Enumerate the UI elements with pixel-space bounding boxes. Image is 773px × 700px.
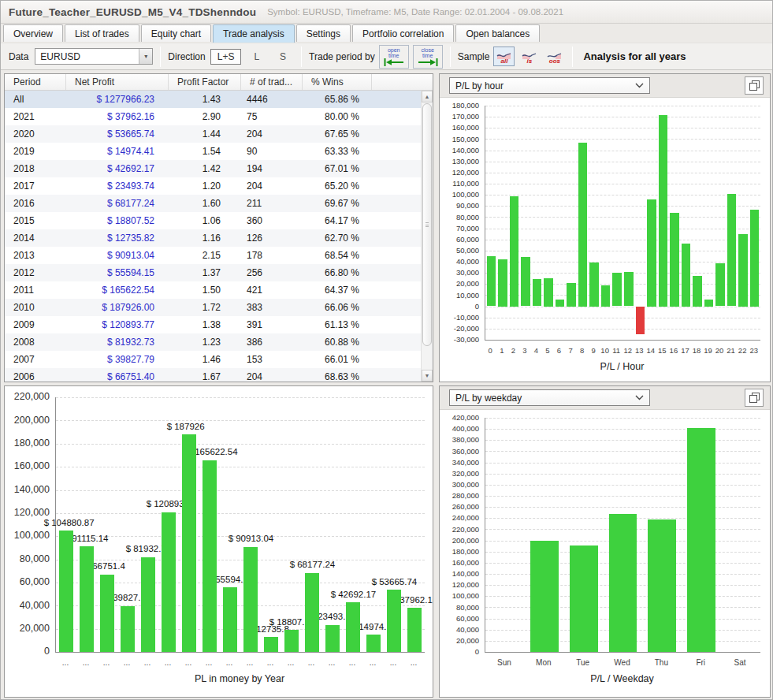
table-row-2013[interactable]: 2013$ 90913.042.1517868.54 % xyxy=(5,247,421,264)
gridline xyxy=(485,151,760,151)
close-time-icon: closetime xyxy=(422,47,434,58)
table-row-2014[interactable]: 2014$ 12735.821.1612662.70 % xyxy=(5,229,421,247)
column-header--wins[interactable]: % Wins xyxy=(303,74,372,90)
bar-pl-by-weekday-Wed xyxy=(609,514,637,652)
direction-short-button[interactable]: S xyxy=(272,50,294,64)
sample-oos-button[interactable]: oos xyxy=(544,47,565,66)
bar-pl-by-hour-12 xyxy=(624,272,634,306)
weekday-chart-type-select[interactable]: P/L by weekday xyxy=(449,389,650,406)
y-axis-tick-label: 70,000 xyxy=(440,224,479,233)
table-row-2009[interactable]: 2009$ 120893.771.3839161.13 % xyxy=(5,316,421,333)
gridline xyxy=(485,217,760,218)
direction-long-short-button[interactable]: L+S xyxy=(210,49,242,65)
tab-portfolio-correlation[interactable]: Portfolio correlation xyxy=(352,24,454,42)
cell: 1.46 xyxy=(169,351,241,368)
tab-settings[interactable]: Settings xyxy=(296,24,351,42)
sample-is-button[interactable]: is xyxy=(518,47,540,66)
table-row-2018[interactable]: 2018$ 42692.171.4219467.01 % xyxy=(5,160,421,177)
x-axis-tick-label: ... xyxy=(240,658,260,667)
x-axis-tick-label: 7 xyxy=(565,346,577,355)
bar-pl-by-hour-9 xyxy=(589,262,599,307)
open-time-icon: opentime xyxy=(388,47,400,58)
table-row-2010[interactable]: 2010$ 187926.001.7238366.06 % xyxy=(5,299,421,316)
gridline xyxy=(485,195,760,195)
cell: $ 165622.54 xyxy=(66,281,169,299)
scrollbar-down-arrow-icon[interactable]: ▼ xyxy=(422,370,433,382)
scrollbar-up-arrow-icon[interactable]: ▲ xyxy=(422,91,433,102)
cell: 2.90 xyxy=(169,108,241,125)
gridline xyxy=(56,467,425,467)
x-axis-tick-label: Thu xyxy=(641,658,681,667)
tab-trade-analysis[interactable]: Trade analysis xyxy=(213,24,295,43)
gridline xyxy=(485,418,760,419)
table-row-2012[interactable]: 2012$ 55594.151.3725666.80 % xyxy=(5,264,421,281)
direction-long-button[interactable]: L xyxy=(246,50,267,64)
table-row-2008[interactable]: 2008$ 81932.731.2338660.88 % xyxy=(5,333,421,351)
tab-open-balances[interactable]: Open balances xyxy=(455,24,540,42)
copy-chart-button[interactable] xyxy=(745,389,764,407)
plot-area xyxy=(55,397,425,653)
gridline xyxy=(485,106,760,106)
table-row-2020[interactable]: 2020$ 53665.741.4420467.65 % xyxy=(5,125,421,143)
chevron-down-icon[interactable]: ▾ xyxy=(139,49,152,64)
table-row-2019[interactable]: 2019$ 14974.411.549063.33 % xyxy=(5,143,421,160)
yearly-results-table-panel: PeriodNet ProfitProfit Factor# of trad..… xyxy=(4,73,433,382)
table-row-2011[interactable]: 2011$ 165622.541.5042164.37 % xyxy=(5,281,421,299)
y-axis-tick-label: 220,000 xyxy=(440,525,479,534)
y-axis-tick-label: 30,000 xyxy=(440,268,479,277)
tab-equity-chart[interactable]: Equity chart xyxy=(141,24,211,42)
y-axis-tick-label: 100,000 xyxy=(5,530,50,541)
bar-pl-by-hour-20 xyxy=(715,263,725,306)
scrollbar-thumb[interactable] xyxy=(422,103,432,346)
cell: 2016 xyxy=(5,195,66,212)
weekday-chart-panel: P/L by weekday 020,00040,00060,00080,000… xyxy=(439,385,771,698)
y-axis-tick-label: 80,000 xyxy=(440,603,479,612)
table-row-2007[interactable]: 2007$ 39827.791.4615366.01 % xyxy=(5,351,421,368)
column-header-profit-factor[interactable]: Profit Factor xyxy=(169,74,241,90)
x-axis-tick-label: 6 xyxy=(553,346,565,355)
axis-title-pl-by-year: PL in money by Year xyxy=(55,673,424,684)
x-axis-tick-label: 22 xyxy=(737,346,749,355)
x-axis-tick-label: 12 xyxy=(622,346,634,355)
cell: 1.72 xyxy=(169,299,241,316)
bar-pl-by-year- xyxy=(59,531,74,652)
table-row-2006[interactable]: 2006$ 66751.401.6720468.63 % xyxy=(5,368,421,382)
close-time-button[interactable]: closetime xyxy=(413,45,443,69)
bar-pl-by-year- xyxy=(387,590,402,652)
y-axis-tick-label: 360,000 xyxy=(440,447,479,456)
table-row-all[interactable]: All$ 1277966.231.43444665.86 % xyxy=(5,91,421,108)
bar-pl-by-year- xyxy=(80,546,95,652)
open-time-button[interactable]: opentime xyxy=(379,45,409,69)
table-scrollbar[interactable]: ▲ ▼ xyxy=(421,91,433,382)
hour-chart-type-select[interactable]: P/L by hour xyxy=(449,77,650,94)
y-axis-tick-label: 20,000 xyxy=(440,279,479,288)
bar-pl-by-year- xyxy=(407,608,422,652)
gridline xyxy=(485,117,760,117)
table-row-2021[interactable]: 2021$ 37962.162.907580.00 % xyxy=(5,108,421,125)
tab-list-of-trades[interactable]: List of trades xyxy=(65,24,139,42)
cell: 90 xyxy=(241,143,303,160)
data-combobox[interactable]: EURUSD ▾ xyxy=(35,48,153,65)
y-axis-tick-label: 160,000 xyxy=(440,123,479,132)
column-header-net-profit[interactable]: Net Profit xyxy=(66,74,169,90)
table-row-2015[interactable]: 2015$ 18807.521.0636064.17 % xyxy=(5,212,421,229)
x-axis-tick-label: 11 xyxy=(611,346,622,355)
tab-overview[interactable]: Overview xyxy=(3,24,63,42)
y-axis-tick-label: 160,000 xyxy=(440,558,479,567)
trade-period-label: Trade period by xyxy=(309,51,375,62)
table-row-2016[interactable]: 2016$ 68177.241.6021169.67 % xyxy=(5,195,421,212)
column-header-period[interactable]: Period xyxy=(5,74,66,90)
sample-all-button[interactable]: all xyxy=(493,47,515,66)
gridline xyxy=(56,420,425,421)
y-axis-tick-label: 260,000 xyxy=(440,502,479,511)
bar-pl-by-hour-19 xyxy=(704,300,714,307)
gridline xyxy=(485,139,760,140)
gridline xyxy=(485,440,760,441)
table-row-2017[interactable]: 2017$ 23493.741.2020465.20 % xyxy=(5,177,421,195)
column-header--of-trad-[interactable]: # of trad... xyxy=(241,74,303,90)
cell: 204 xyxy=(241,125,303,143)
gridline xyxy=(56,560,425,560)
copy-chart-button[interactable] xyxy=(745,76,764,95)
cell: $ 187926.00 xyxy=(66,299,169,316)
cell: 66.80 % xyxy=(303,264,372,281)
